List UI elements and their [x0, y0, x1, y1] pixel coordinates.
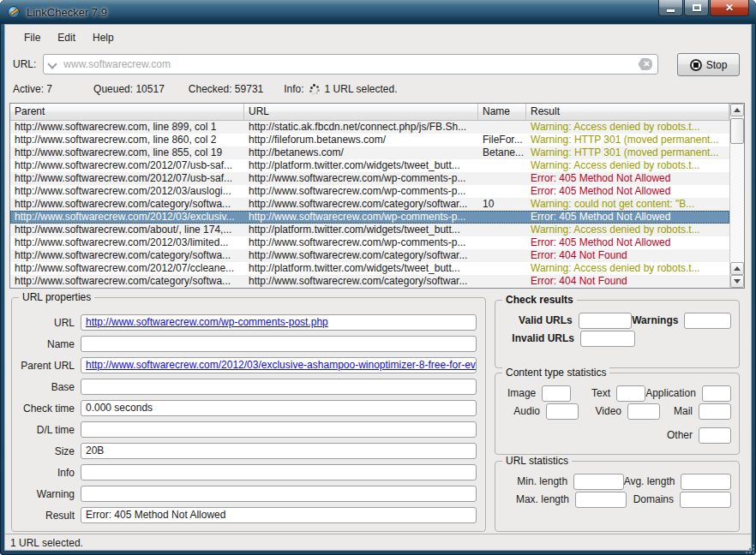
- mail-field[interactable]: [699, 403, 731, 420]
- url-label: URL:: [13, 58, 36, 70]
- cell-result: Warning: HTTP 301 (moved permanent...: [526, 146, 729, 159]
- busy-spinner-icon: [309, 84, 320, 94]
- cell-url: http://www.softwarecrew.com/wp-comments-…: [244, 172, 478, 185]
- maximize-icon: [693, 4, 701, 11]
- table-row[interactable]: http://www.softwarecrew.com/2012/07/usb-…: [10, 159, 729, 172]
- column-header-url[interactable]: URL: [244, 104, 478, 120]
- text-field[interactable]: [616, 385, 645, 402]
- maximize-button[interactable]: [684, 0, 709, 16]
- scroll-up-button-2[interactable]: [730, 262, 744, 275]
- chevron-down-icon[interactable]: [49, 60, 57, 69]
- arrow-down-icon: [734, 279, 741, 283]
- table-row[interactable]: http://www.softwarecrew.com/2012/03/excl…: [10, 211, 729, 224]
- min-length-field[interactable]: [573, 474, 624, 490]
- stop-button[interactable]: Stop: [677, 53, 740, 76]
- column-header-name[interactable]: Name: [478, 104, 526, 120]
- cell-url: http://static.ak.fbcdn.net/connect.php/j…: [244, 121, 478, 134]
- menu-file[interactable]: File: [15, 28, 49, 47]
- column-header-result[interactable]: Result: [526, 104, 729, 120]
- table-row[interactable]: http://www.softwarecrew.com/about/, line…: [10, 224, 729, 236]
- clear-input-icon[interactable]: ✕: [638, 58, 652, 70]
- cell-url: http://platform.twitter.com/widgets/twee…: [244, 262, 478, 275]
- property-field-parent-url[interactable]: http://www.softwarecrew.com/2012/03/excl…: [81, 357, 477, 373]
- results-table: Parent URL Name Result http://www.softwa…: [9, 103, 745, 289]
- property-label-check-time: Check time: [19, 403, 81, 415]
- table-row[interactable]: http://www.softwarecrew.com/category/sof…: [10, 249, 729, 262]
- client-area: File Edit Help URL: www.softwarecrew.com…: [4, 24, 752, 551]
- url-combobox[interactable]: www.softwarecrew.com ✕: [43, 54, 658, 75]
- property-field-result[interactable]: Error: 405 Method Not Allowed: [81, 507, 477, 523]
- property-link-url[interactable]: http://www.softwarecrew.com/wp-comments-…: [86, 316, 328, 328]
- application-field[interactable]: [702, 385, 731, 402]
- table-row[interactable]: http://www.softwarecrew.com/2012/07/ccle…: [10, 262, 729, 275]
- property-field-check-time[interactable]: 0.000 seconds: [81, 400, 477, 416]
- property-field-size[interactable]: 20B: [81, 443, 477, 459]
- max-length-label: Max. length: [502, 493, 569, 505]
- property-label-parent-url: Parent URL: [19, 360, 81, 372]
- property-field-name[interactable]: [81, 336, 477, 352]
- warnings-field[interactable]: [684, 313, 731, 329]
- table-row[interactable]: http://www.softwarecrew.com/category/sof…: [10, 275, 729, 288]
- minimize-button[interactable]: [658, 0, 683, 16]
- menu-bar: File Edit Help: [5, 27, 751, 49]
- cell-result: Warning: HTTP 301 (moved permanent...: [526, 134, 729, 146]
- cell-result: Error: 405 Method Not Allowed: [526, 172, 729, 185]
- other-field[interactable]: [699, 427, 731, 444]
- valid-urls-field[interactable]: [579, 313, 632, 329]
- close-button[interactable]: ✕: [710, 0, 749, 16]
- status-counters: Active: 7 Queued: 10517 Checked: 59731 I…: [5, 80, 751, 98]
- property-label-base: Base: [19, 381, 81, 393]
- menu-help[interactable]: Help: [84, 28, 123, 47]
- cell-result: Warning: Access denied by robots.t...: [526, 224, 729, 236]
- scroll-down-button[interactable]: [730, 275, 744, 288]
- max-length-field[interactable]: [575, 492, 627, 508]
- url-properties-form: URLhttp://www.softwarecrew.com/wp-commen…: [19, 312, 477, 526]
- avg-length-field[interactable]: [681, 474, 731, 490]
- table-row[interactable]: http://www.softwarecrew.com/2012/03/limi…: [10, 236, 729, 249]
- table-row[interactable]: http://www.softwarecrew.com, line 899, c…: [10, 121, 729, 134]
- property-field-info[interactable]: [81, 464, 477, 480]
- property-link-parent-url[interactable]: http://www.softwarecrew.com/2012/03/excl…: [86, 359, 477, 371]
- property-field-warning[interactable]: [81, 486, 477, 502]
- property-field-base[interactable]: [81, 379, 477, 395]
- cell-url: http://platform.twitter.com/widgets/twee…: [244, 159, 478, 172]
- title-bar[interactable]: LinkChecker 7.9 ✕: [0, 0, 756, 24]
- property-field-url[interactable]: http://www.softwarecrew.com/wp-comments-…: [81, 314, 477, 331]
- image-field[interactable]: [542, 385, 571, 402]
- table-row[interactable]: http://www.softwarecrew.com/2012/07/usb-…: [10, 172, 729, 185]
- cell-result: Error: 404 Not Found: [526, 249, 729, 262]
- property-field-d-l-time[interactable]: [81, 421, 477, 438]
- table-row[interactable]: http://www.softwarecrew.com, line 855, c…: [10, 146, 729, 159]
- table-row[interactable]: http://www.softwarecrew.com, line 860, c…: [10, 134, 729, 146]
- scrollbar-thumb[interactable]: [730, 118, 744, 144]
- cell-parent: http://www.softwarecrew.com, line 855, c…: [10, 146, 244, 159]
- stop-icon: [690, 59, 702, 71]
- column-header-parent[interactable]: Parent: [10, 104, 244, 120]
- table-row[interactable]: http://www.softwarecrew.com/category/sof…: [10, 198, 729, 211]
- video-field[interactable]: [627, 403, 660, 420]
- url-input-value[interactable]: www.softwarecrew.com: [63, 58, 638, 70]
- scroll-up-button[interactable]: [730, 104, 744, 116]
- resize-grip[interactable]: [744, 543, 755, 554]
- cell-url: http://www.softwarecrew.com/wp-comments-…: [244, 211, 478, 224]
- vertical-scrollbar[interactable]: [729, 104, 744, 288]
- invalid-urls-field[interactable]: [580, 331, 635, 347]
- cell-parent: http://www.softwarecrew.com/2012/03/excl…: [10, 211, 244, 224]
- cell-url: http://www.softwarecrew.com/category/sof…: [244, 249, 478, 262]
- cell-result: Error: 405 Method Not Allowed: [526, 185, 729, 198]
- info-text: 1 URL selected.: [325, 83, 398, 95]
- audio-field[interactable]: [546, 403, 579, 420]
- cell-name: [478, 172, 526, 185]
- cell-parent: http://www.softwarecrew.com/2012/07/usb-…: [10, 159, 244, 172]
- table-row[interactable]: http://www.softwarecrew.com/2012/03/ausl…: [10, 185, 729, 198]
- cell-name: [478, 211, 526, 224]
- domains-field[interactable]: [680, 492, 731, 508]
- checked-count: 59731: [235, 83, 263, 95]
- minimize-icon: [667, 9, 675, 12]
- cell-url: http://www.softwarecrew.com/wp-comments-…: [244, 185, 478, 198]
- active-count: 7: [46, 83, 52, 95]
- active-label: Active:: [13, 83, 44, 95]
- property-label-result: Result: [19, 510, 81, 522]
- menu-edit[interactable]: Edit: [49, 28, 84, 47]
- cell-parent: http://www.softwarecrew.com/2012/07/usb-…: [10, 172, 244, 185]
